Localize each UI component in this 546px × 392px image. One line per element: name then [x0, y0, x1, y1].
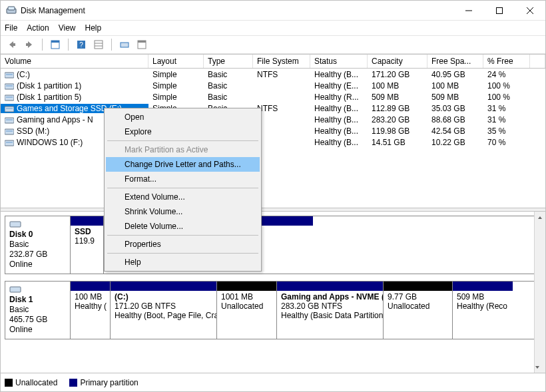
back-button[interactable] — [5, 37, 19, 52]
svg-rect-23 — [6, 97, 13, 98]
col-freespace[interactable]: Free Spa... — [427, 55, 483, 68]
disk-info[interactable]: Disk 1Basic465.75 GBOnline — [5, 282, 71, 339]
volume-row[interactable]: WINDOWS 10 (F:)Healthy (B...14.51 GB10.2… — [1, 136, 545, 148]
toolbar-icon-3[interactable] — [117, 37, 132, 52]
volume-row[interactable]: (Disk 1 partition 1)SimpleBasicHealthy (… — [1, 80, 545, 91]
svg-rect-15 — [121, 43, 129, 47]
svg-rect-21 — [6, 85, 13, 87]
menu-item[interactable]: Change Drive Letter and Paths... — [106, 157, 260, 172]
column-headers: Volume Layout Type File System Status Ca… — [1, 54, 545, 69]
volume-list: Volume Layout Type File System Status Ca… — [1, 54, 545, 212]
disk-graphical-view: Disk 0Basic232.87 GBOnlineSSD119.9Games … — [1, 212, 545, 373]
disk-row: Disk 0Basic232.87 GBOnlineSSD119.9Games … — [5, 216, 541, 274]
scroll-down-button[interactable] — [535, 361, 540, 373]
menu-item[interactable]: Open — [106, 110, 260, 124]
svg-rect-19 — [6, 74, 13, 75]
partition[interactable]: 509 MBHealthy (Reco — [453, 282, 513, 339]
legend: Unallocated Primary partition — [1, 373, 545, 391]
disk-row: Disk 1Basic465.75 GBOnline100 MBHealthy … — [5, 281, 541, 339]
col-layout[interactable]: Layout — [148, 55, 204, 68]
menu-item[interactable]: Shrink Volume... — [106, 204, 260, 219]
svg-rect-7 — [26, 43, 28, 46]
menu-item[interactable]: Delete Volume... — [106, 219, 260, 234]
menu-item[interactable]: Extend Volume... — [106, 190, 260, 204]
toolbar: ? — [1, 35, 545, 54]
app-icon — [6, 5, 17, 16]
volume-row[interactable]: Gaming and Apps - NHealthy (B...283.20 G… — [1, 114, 545, 125]
col-pctfree[interactable]: % Free — [483, 55, 530, 68]
svg-rect-32 — [10, 222, 21, 227]
volume-row[interactable]: (C:)SimpleBasicNTFSHealthy (B...171.20 G… — [1, 69, 545, 80]
svg-rect-12 — [95, 41, 103, 49]
col-filesystem[interactable]: File System — [253, 55, 310, 68]
volume-row[interactable]: (Disk 1 partition 5)SimpleBasicHealthy (… — [1, 91, 545, 102]
volume-row[interactable]: Games and Storage SSD (E:)SimpleBasicNTF… — [1, 102, 545, 114]
window-title: Disk Management — [21, 6, 453, 15]
toolbar-icon-4[interactable] — [135, 37, 149, 52]
svg-text:?: ? — [79, 41, 83, 49]
svg-rect-33 — [10, 287, 21, 292]
legend-primary: Primary partition — [69, 378, 138, 387]
svg-rect-27 — [6, 119, 13, 120]
col-volume[interactable]: Volume — [1, 55, 148, 68]
svg-rect-6 — [13, 43, 15, 46]
close-button[interactable] — [515, 1, 545, 21]
menu-action[interactable]: Action — [27, 23, 49, 33]
menu-view[interactable]: View — [59, 23, 76, 33]
menu-item[interactable]: Explore — [106, 124, 260, 139]
svg-rect-3 — [497, 7, 503, 13]
col-type[interactable]: Type — [204, 55, 253, 68]
svg-rect-1 — [8, 7, 15, 10]
menu-item[interactable]: Help — [106, 255, 260, 270]
minimize-button[interactable] — [453, 1, 484, 21]
scroll-up-button[interactable] — [535, 212, 545, 223]
disk-info[interactable]: Disk 0Basic232.87 GBOnline — [5, 216, 71, 274]
context-menu: OpenExploreMark Partition as ActiveChang… — [104, 108, 262, 272]
forward-button[interactable] — [22, 37, 37, 52]
partition[interactable]: SSD119.9 — [71, 216, 104, 274]
help-button[interactable]: ? — [74, 37, 89, 52]
svg-rect-31 — [6, 142, 13, 143]
svg-rect-17 — [138, 41, 146, 43]
menu-help[interactable]: Help — [85, 23, 102, 33]
svg-rect-9 — [51, 41, 59, 43]
volume-row[interactable]: SSD (M:)Healthy (B...119.98 GB42.54 GB35… — [1, 125, 545, 136]
maximize-button[interactable] — [484, 1, 515, 21]
toolbar-icon-1[interactable] — [48, 37, 63, 52]
partition[interactable]: 100 MBHealthy ( — [71, 282, 111, 339]
menu-file[interactable]: File — [5, 23, 17, 33]
menu-item[interactable]: Format... — [106, 172, 260, 186]
col-status[interactable]: Status — [310, 55, 368, 68]
col-capacity[interactable]: Capacity — [368, 55, 427, 68]
titlebar: Disk Management — [1, 1, 545, 21]
svg-rect-29 — [6, 130, 13, 132]
scrollbar[interactable] — [534, 212, 545, 373]
menubar: File Action View Help — [1, 21, 545, 35]
toolbar-icon-2[interactable] — [91, 37, 106, 52]
menu-item: Mark Partition as Active — [106, 142, 260, 157]
menu-item[interactable]: Properties — [106, 237, 260, 252]
partition[interactable]: Gaming and Apps - NVME (I283.20 GB NTFSH… — [277, 282, 384, 339]
partition[interactable]: 1001 MBUnallocated — [217, 282, 277, 339]
legend-unallocated: Unallocated — [5, 378, 57, 387]
svg-rect-25 — [6, 108, 13, 109]
partition[interactable]: 9.77 GBUnallocated — [384, 282, 453, 339]
partition[interactable]: (C:)171.20 GB NTFSHealthy (Boot, Page Fi… — [111, 282, 217, 339]
